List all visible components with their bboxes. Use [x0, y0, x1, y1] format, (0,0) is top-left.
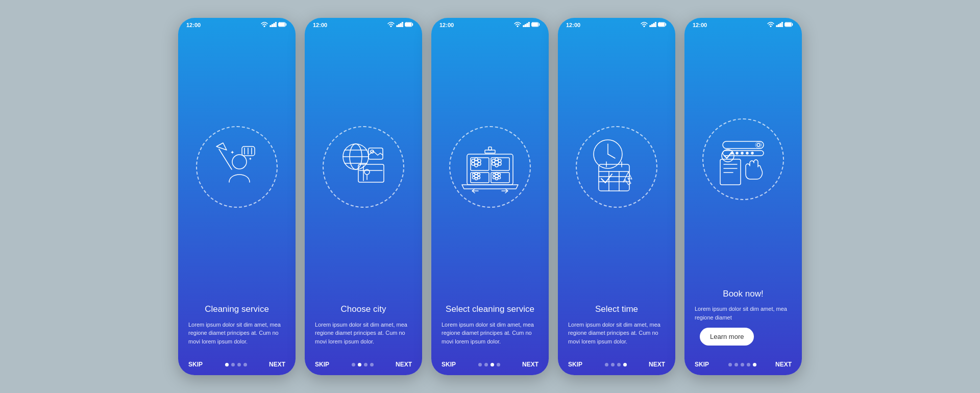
- icon-area-2: [305, 30, 422, 304]
- svg-rect-2: [272, 24, 273, 27]
- svg-point-63: [473, 177, 475, 179]
- icon-area-5: [684, 30, 802, 288]
- skip-button-5[interactable]: SKIP: [695, 361, 709, 368]
- signal-icon-5: [776, 22, 783, 28]
- learn-more-button[interactable]: Learn more: [700, 328, 754, 346]
- svg-point-55: [492, 162, 495, 165]
- svg-point-112: [757, 143, 760, 146]
- svg-rect-34: [523, 26, 524, 27]
- battery-icon-5: [785, 22, 794, 28]
- dot-3-0: [478, 363, 482, 366]
- dot-3-2: [491, 363, 494, 366]
- svg-rect-37: [529, 22, 530, 27]
- next-button-1[interactable]: NEXT: [269, 361, 285, 368]
- skip-button-3[interactable]: SKIP: [442, 361, 456, 368]
- svg-point-69: [498, 177, 501, 179]
- time-5: 12:00: [693, 22, 707, 28]
- svg-rect-35: [525, 24, 526, 27]
- wifi-icon-5: [767, 22, 774, 28]
- svg-rect-85: [599, 164, 629, 191]
- status-bar-3: 12:00: [431, 18, 549, 30]
- dashed-circle-2: [323, 126, 404, 208]
- svg-point-71: [493, 177, 496, 179]
- dot-1-1: [231, 363, 235, 366]
- svg-rect-17: [399, 24, 400, 27]
- wifi-icon-4: [641, 22, 648, 28]
- skip-button-2[interactable]: SKIP: [315, 361, 329, 368]
- svg-rect-27: [358, 164, 384, 182]
- phone-content-5: Book now! Lorem ipsum dolor sit dim amet…: [684, 288, 802, 357]
- skip-button-1[interactable]: SKIP: [188, 361, 203, 368]
- svg-rect-4: [276, 22, 277, 27]
- phone-choose-city: 12:00: [305, 18, 422, 375]
- dot-1-2: [237, 363, 241, 366]
- dot-5-1: [734, 363, 738, 366]
- svg-point-113: [755, 142, 762, 148]
- status-icons-4: [641, 22, 667, 28]
- time-4: 12:00: [566, 22, 580, 28]
- phone-content-1: Cleaning service Lorem ipsum dolor sit d…: [178, 304, 296, 357]
- svg-rect-79: [655, 22, 656, 27]
- time-3: 12:00: [439, 22, 454, 28]
- status-bar-4: 12:00: [558, 18, 675, 30]
- svg-point-64: [473, 174, 475, 176]
- svg-rect-74: [488, 147, 492, 150]
- dot-4-2: [617, 363, 621, 366]
- svg-rect-16: [397, 26, 398, 27]
- svg-point-68: [498, 174, 501, 176]
- dashed-circle-4: [576, 126, 657, 208]
- dot-2-1: [358, 363, 361, 366]
- skip-button-4[interactable]: SKIP: [568, 361, 582, 368]
- bottom-nav-5: SKIP NEXT: [684, 357, 802, 375]
- screen-desc-4: Lorem ipsum dolor sit dim amet, mea regi…: [568, 321, 665, 346]
- time-2: 12:00: [313, 22, 327, 28]
- dashed-circle-1: ✦ ✦: [196, 126, 278, 208]
- dot-5-4: [753, 363, 756, 366]
- phones-container: 12:00: [178, 18, 802, 375]
- svg-point-53: [498, 162, 501, 165]
- status-bar-1: 12:00: [178, 18, 296, 30]
- time-1: 12:00: [186, 22, 201, 28]
- svg-point-61: [478, 177, 480, 179]
- svg-rect-40: [467, 154, 513, 185]
- svg-text:✦: ✦: [230, 150, 234, 155]
- svg-rect-81: [659, 23, 665, 26]
- dot-5-0: [728, 363, 732, 366]
- screen-title-5: Book now!: [695, 288, 792, 300]
- screen-title-4: Select time: [568, 304, 665, 315]
- status-icons-2: [387, 22, 414, 28]
- phone-select-service: 12:00: [431, 18, 549, 375]
- phone-content-3: Select cleaning service Lorem ipsum dolo…: [431, 304, 549, 357]
- svg-rect-105: [723, 141, 764, 149]
- wifi-icon-2: [387, 22, 395, 28]
- phone-cleaning-service: 12:00: [178, 18, 296, 375]
- svg-point-107: [731, 152, 733, 154]
- svg-point-0: [264, 27, 264, 27]
- svg-point-15: [390, 27, 391, 27]
- svg-rect-99: [786, 23, 791, 26]
- signal-icon: [270, 22, 277, 28]
- bottom-nav-4: SKIP NEXT: [558, 357, 675, 375]
- svg-point-45: [478, 162, 481, 165]
- next-button-3[interactable]: NEXT: [522, 361, 538, 368]
- dot-2-3: [370, 363, 374, 366]
- icon-area-3: [431, 30, 549, 304]
- dot-3-1: [484, 363, 488, 366]
- svg-point-48: [472, 159, 475, 162]
- dot-2-2: [364, 363, 368, 366]
- icon-area-1: ✦ ✦: [178, 30, 296, 304]
- svg-point-111: [751, 152, 753, 154]
- svg-point-75: [644, 27, 644, 27]
- dot-4-0: [605, 363, 608, 366]
- screen-title-3: Select cleaning service: [442, 304, 538, 315]
- dots-3: [478, 363, 500, 366]
- next-button-2[interactable]: NEXT: [396, 361, 412, 368]
- status-icons-1: [261, 22, 287, 28]
- dots-5: [728, 363, 756, 366]
- bottom-nav-1: SKIP NEXT: [178, 357, 296, 375]
- screen-desc-1: Lorem ipsum dolor sit dim amet, mea regi…: [188, 321, 285, 346]
- svg-point-70: [496, 178, 498, 180]
- next-button-4[interactable]: NEXT: [649, 361, 665, 368]
- dot-3-3: [497, 363, 500, 366]
- next-button-5[interactable]: NEXT: [775, 361, 792, 368]
